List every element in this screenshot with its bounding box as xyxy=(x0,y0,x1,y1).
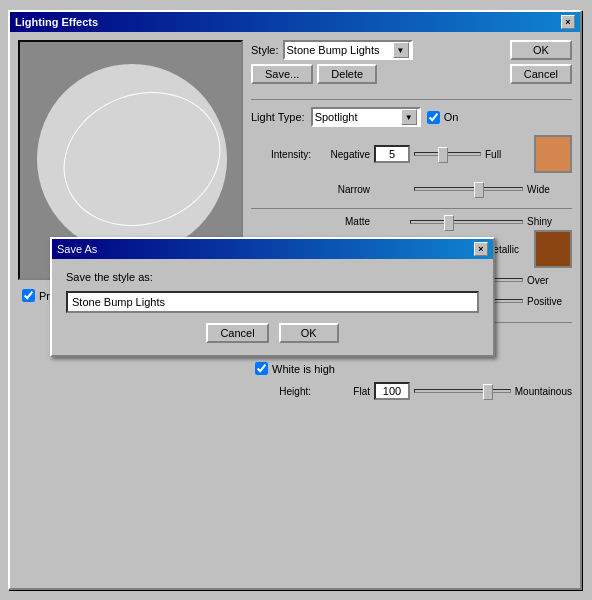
dialog-overlay: Save As × Save the style as: Stone Bump … xyxy=(10,12,580,588)
dialog-close-button[interactable]: × xyxy=(474,242,488,256)
save-as-input[interactable]: Stone Bump Lights xyxy=(66,291,479,313)
dialog-buttons: Cancel OK xyxy=(66,323,479,343)
main-window: Lighting Effects × Preview 💡 🗑 xyxy=(8,10,582,590)
dialog-title: Save As xyxy=(57,243,97,255)
dialog-cancel-button[interactable]: Cancel xyxy=(206,323,268,343)
dialog-instruction: Save the style as: xyxy=(66,271,479,283)
dialog-content: Save the style as: Stone Bump Lights Can… xyxy=(52,259,493,355)
save-as-dialog: Save As × Save the style as: Stone Bump … xyxy=(50,237,495,357)
dialog-ok-button[interactable]: OK xyxy=(279,323,339,343)
dialog-title-bar: Save As × xyxy=(52,239,493,259)
